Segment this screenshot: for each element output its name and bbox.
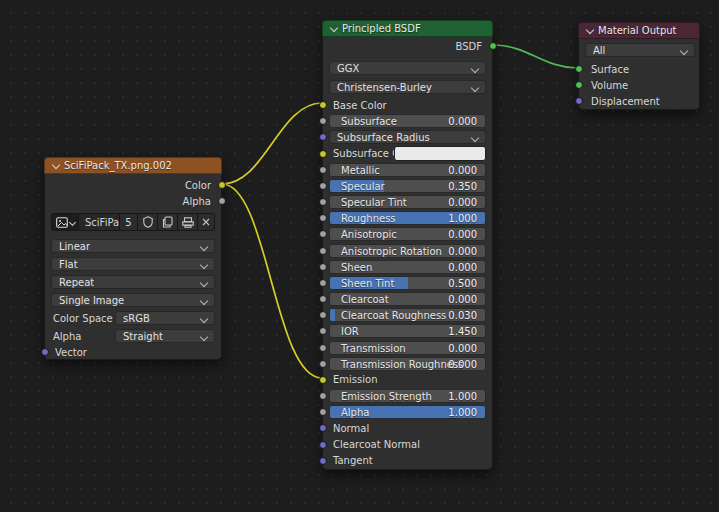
value-slider[interactable]: Transmission0.000 — [329, 341, 486, 355]
subsurface-method-select[interactable]: Christensen-Burley — [329, 80, 486, 94]
input-label: Volume — [591, 80, 628, 91]
bsdf-row-clearcoat: Clearcoat0.000 — [323, 291, 492, 307]
displacement-input-socket[interactable] — [575, 97, 583, 105]
gray-input-socket[interactable] — [319, 263, 327, 271]
vector-input-socket[interactable] — [319, 441, 327, 449]
fake-user-shield-button[interactable] — [138, 214, 157, 230]
image-texture-header[interactable]: SciFiPack_TX.png.002 — [44, 157, 222, 174]
node-editor-canvas[interactable]: SciFiPack_TX.png.002 Color Alpha SciFiPa… — [0, 0, 719, 512]
vector-input-socket[interactable] — [41, 348, 49, 356]
gray-input-socket[interactable] — [319, 279, 327, 287]
property-label: Clearcoat Roughness — [341, 310, 446, 321]
principled-bsdf-header[interactable]: Principled BSDF — [322, 20, 493, 37]
gray-input-socket[interactable] — [319, 392, 327, 400]
gray-input-socket[interactable] — [319, 360, 327, 368]
source-select[interactable]: Single Image — [51, 293, 215, 307]
value-slider[interactable]: Clearcoat Roughness0.030 — [329, 308, 486, 322]
browse-image-button[interactable] — [52, 214, 78, 230]
value-slider[interactable]: Alpha1.000 — [329, 405, 486, 419]
value-slider[interactable]: Emission Strength1.000 — [329, 389, 486, 403]
value-slider[interactable]: Anisotropic Rotation0.000 — [329, 244, 486, 258]
gray-input-socket[interactable] — [319, 230, 327, 238]
value-slider[interactable]: IOR1.450 — [329, 324, 486, 338]
gray-input-socket[interactable] — [319, 182, 327, 190]
gray-input-socket[interactable] — [319, 295, 327, 303]
color-swatch[interactable] — [394, 146, 486, 161]
unlink-image-button[interactable] — [198, 214, 214, 230]
value-slider[interactable]: Specular0.350 — [329, 179, 486, 193]
value-slider[interactable]: Metallic0.000 — [329, 163, 486, 177]
image-icon — [56, 217, 68, 228]
output-row-alpha: Alpha — [45, 194, 221, 208]
projection-select[interactable]: Flat — [51, 257, 215, 271]
yellow-input-socket[interactable] — [319, 101, 327, 109]
property-label: Emission — [333, 374, 378, 385]
color-output-socket[interactable] — [218, 181, 226, 189]
property-value: 0.000 — [448, 343, 477, 354]
collapse-chevron-icon[interactable] — [52, 160, 60, 168]
property-label: Tangent — [333, 455, 373, 466]
alpha-mode-row: Alpha Straight — [45, 329, 221, 343]
property-value: 1.000 — [448, 391, 477, 402]
chevron-down-icon — [200, 297, 208, 305]
property-value: 1.000 — [448, 407, 477, 418]
pack-image-button[interactable] — [178, 214, 197, 230]
extension-select[interactable]: Repeat — [51, 275, 215, 289]
property-value: 0.000 — [448, 165, 477, 176]
collapse-chevron-icon[interactable] — [330, 23, 338, 31]
collapse-chevron-icon[interactable] — [586, 25, 594, 33]
yellow-input-socket[interactable] — [319, 150, 327, 158]
property-label: Specular Tint — [341, 197, 407, 208]
gray-input-socket[interactable] — [319, 166, 327, 174]
gray-input-socket[interactable] — [319, 214, 327, 222]
users-count-button[interactable]: 5 — [120, 214, 137, 230]
property-value: 0.000 — [448, 294, 477, 305]
value-slider[interactable]: Specular Tint0.000 — [329, 195, 486, 209]
alpha-mode-select[interactable]: Straight — [115, 329, 215, 343]
value-slider[interactable]: Sheen0.000 — [329, 260, 486, 274]
material-output-header[interactable]: Material Output — [578, 22, 700, 39]
gray-input-socket[interactable] — [319, 327, 327, 335]
chevron-down-icon — [200, 315, 208, 323]
value-slider[interactable]: Sheen Tint0.500 — [329, 276, 486, 290]
node-material-output[interactable]: Material Output All Surface Volume Displ… — [578, 22, 700, 110]
bsdf-output-socket[interactable] — [489, 42, 497, 50]
color-space-select[interactable]: sRGB — [115, 311, 215, 325]
alpha-mode-label: Alpha — [53, 331, 81, 342]
output-row-bsdf: BSDF — [323, 39, 492, 53]
gray-input-socket[interactable] — [319, 117, 327, 125]
node-principled-bsdf[interactable]: Principled BSDF BSDF GGX Christensen-Bur… — [322, 20, 493, 470]
vector-input-socket[interactable] — [319, 133, 327, 141]
subsurface-radius-select[interactable]: Subsurface Radius — [329, 130, 486, 144]
target-select[interactable]: All — [585, 43, 695, 57]
value-slider[interactable]: Roughness1.000 — [329, 211, 486, 225]
value-slider[interactable]: Subsurface0.000 — [329, 114, 486, 128]
value-slider[interactable]: Clearcoat0.000 — [329, 292, 486, 306]
chevron-down-icon — [200, 261, 208, 269]
bsdf-row-clearcoat-normal: Clearcoat Normal — [323, 437, 492, 453]
wire-color-to-basecolor — [222, 103, 322, 184]
image-name-field[interactable]: SciFiPack_T... — [79, 214, 119, 230]
value-slider[interactable]: Transmission Roughness0.000 — [329, 357, 486, 371]
new-image-button[interactable] — [158, 214, 177, 230]
property-label: Sheen — [341, 262, 372, 273]
bsdf-row-subsurface-radius: Subsurface Radius — [323, 129, 492, 145]
input-row-surface: Surface — [579, 62, 699, 76]
surface-input-socket[interactable] — [575, 65, 583, 73]
vector-input-socket[interactable] — [319, 457, 327, 465]
property-value: 0.000 — [448, 359, 477, 370]
gray-input-socket[interactable] — [319, 408, 327, 416]
interpolation-select[interactable]: Linear — [51, 239, 215, 253]
distribution-select[interactable]: GGX — [329, 61, 486, 75]
gray-input-socket[interactable] — [319, 311, 327, 319]
gray-input-socket[interactable] — [319, 198, 327, 206]
bsdf-row-metallic: Metallic0.000 — [323, 162, 492, 178]
gray-input-socket[interactable] — [319, 247, 327, 255]
vector-input-socket[interactable] — [319, 424, 327, 432]
gray-input-socket[interactable] — [319, 344, 327, 352]
yellow-input-socket[interactable] — [319, 376, 327, 384]
node-image-texture[interactable]: SciFiPack_TX.png.002 Color Alpha SciFiPa… — [44, 157, 222, 360]
alpha-output-socket[interactable] — [218, 197, 226, 205]
value-slider[interactable]: Anisotropic0.000 — [329, 227, 486, 241]
volume-input-socket[interactable] — [575, 81, 583, 89]
